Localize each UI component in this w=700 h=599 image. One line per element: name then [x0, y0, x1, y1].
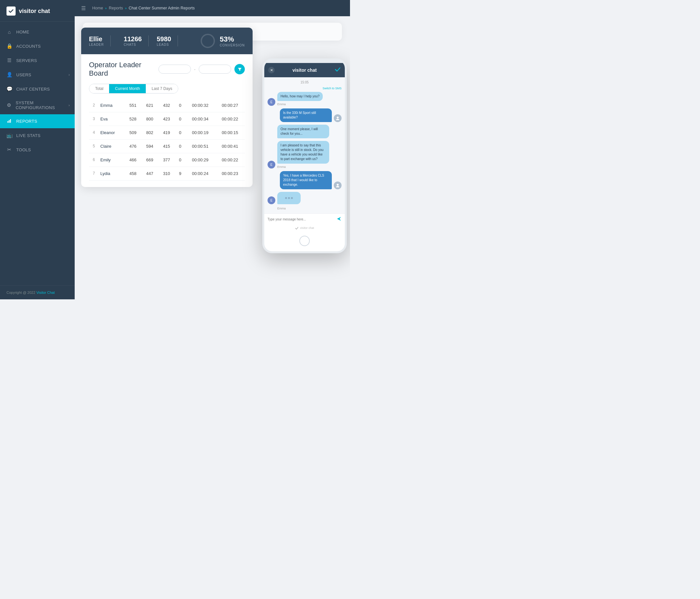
- chat-message-2: Is the 330i M Sport still available?: [268, 108, 342, 122]
- breadcrumb-reports[interactable]: Reports: [109, 6, 123, 10]
- col6-cell: 00:00:22: [215, 112, 245, 126]
- header-chats: 11266 CHATS: [117, 35, 149, 46]
- phone-chat-header: ✕ visitor chat: [264, 63, 345, 77]
- live-stats-icon: 📺: [6, 132, 12, 138]
- servers-icon: ☰: [6, 57, 12, 63]
- date-from-input[interactable]: [158, 65, 191, 74]
- switch-sms[interactable]: Switch to SMS: [268, 87, 342, 90]
- sidebar-item-chat-centers[interactable]: 💬 CHAT CENTERS: [0, 82, 75, 96]
- app-name: visitor chat: [19, 8, 50, 15]
- sidebar-label-live-stats: LIVE STATS: [16, 133, 41, 138]
- sidebar-item-users[interactable]: 👤 USERS ›: [0, 68, 75, 82]
- agent-avatar-2: E: [268, 161, 275, 169]
- name-cell: Eleanor: [99, 126, 124, 139]
- col5-cell: 00:00:32: [185, 99, 215, 112]
- phone-close-button[interactable]: ✕: [268, 67, 275, 73]
- sidebar-item-tools[interactable]: ✂ TOOLS: [0, 143, 75, 157]
- phone-logo-icon: [334, 66, 341, 74]
- header-leads: 5980 LEADS: [150, 35, 178, 46]
- sidebar-item-servers[interactable]: ☰ SERVERS: [0, 53, 75, 68]
- conversion-pct: 53%: [220, 35, 234, 44]
- phone-footer-brand: visitor chat: [264, 225, 345, 231]
- chat-message-5: Yes, I have a Mercedes CLS 2018 that I w…: [268, 171, 342, 189]
- sidebar-item-live-stats[interactable]: 📺 LIVE STATS: [0, 128, 75, 143]
- breadcrumb-arrow-2: »: [125, 6, 127, 10]
- date-to-input[interactable]: [199, 65, 231, 74]
- phone-mockup: ✕ visitor chat 15:05 Switch to SMS E: [262, 58, 347, 253]
- sidebar-item-home[interactable]: ⌂ HOME: [0, 25, 75, 39]
- col5-cell: 00:00:51: [185, 139, 215, 153]
- col5-cell: 00:00:19: [185, 126, 215, 139]
- footer-brand-link[interactable]: Visitor Chat: [36, 291, 55, 295]
- sidebar-label-users: USERS: [16, 72, 31, 77]
- col6-cell: 00:00:15: [215, 126, 245, 139]
- phone-device: ✕ visitor chat 15:05 Switch to SMS E: [262, 58, 347, 253]
- main-area: ☰ Home » Reports » Chat Center Summer Ad…: [75, 0, 350, 299]
- name-cell: Emily: [99, 153, 124, 167]
- leader-label: LEADER: [89, 43, 104, 46]
- svg-point-6: [337, 184, 339, 186]
- col1-cell: 476: [124, 139, 141, 153]
- tab-last-7-days[interactable]: Last 7 Days: [146, 84, 178, 93]
- reports-icon: [6, 119, 12, 124]
- breadcrumb-home[interactable]: Home: [92, 6, 103, 10]
- table-row: 6 Emily 466 669 377 0 00:00:29 00:00:22: [89, 153, 245, 167]
- phone-brand: visitor chat: [277, 68, 332, 73]
- tools-icon: ✂: [6, 147, 12, 153]
- users-icon: 👤: [6, 72, 12, 78]
- chevron-right-icon-2: ›: [69, 104, 70, 107]
- col3-cell: 432: [158, 99, 175, 112]
- header-conversion: 53% CONVERSION: [200, 33, 245, 49]
- chat-icon: 💬: [6, 86, 12, 92]
- col3-cell: 377: [158, 153, 175, 167]
- col6-cell: 00:00:22: [215, 153, 245, 167]
- col1-cell: 528: [124, 112, 141, 126]
- conversion-label: CONVERSION: [220, 44, 245, 47]
- card-header: Ellie LEADER 11266 CHATS 5980 LEADS: [81, 28, 253, 54]
- sidebar-label-reports: REPORTS: [16, 119, 38, 124]
- col2-cell: 594: [141, 139, 158, 153]
- board-filter-row: -: [158, 64, 245, 74]
- col6-cell: 00:00:41: [215, 139, 245, 153]
- chats-label: CHATS: [124, 43, 142, 46]
- col3-cell: 419: [158, 126, 175, 139]
- rank-cell: 3: [89, 112, 99, 126]
- phone-home-button[interactable]: [299, 236, 310, 246]
- sidebar-item-accounts[interactable]: 🔒 ACCOUNTS: [0, 39, 75, 53]
- col1-cell: 458: [124, 167, 141, 180]
- sidebar-item-system-configurations[interactable]: ⚙ SYSTEM CONFIGURATIONS ›: [0, 96, 75, 114]
- tab-current-month[interactable]: Current Month: [109, 84, 146, 93]
- svg-point-5: [337, 117, 339, 119]
- board-header: Operator Leader Board -: [89, 61, 245, 78]
- table-row: 7 Lydia 458 447 310 9 00:00:24 00:00:23: [89, 167, 245, 180]
- breadcrumb-arrow-1: »: [105, 6, 107, 10]
- sidebar-label-chat-centers: CHAT CENTERS: [16, 87, 50, 92]
- name-cell: Eva: [99, 112, 124, 126]
- home-icon: ⌂: [6, 29, 12, 35]
- phone-input-area: [264, 213, 345, 225]
- leads-label: LEADS: [157, 43, 171, 46]
- tab-total[interactable]: Total: [89, 84, 109, 93]
- phone-message-input[interactable]: [268, 218, 334, 221]
- rank-cell: 5: [89, 139, 99, 153]
- sidebar-logo: visitor chat: [0, 0, 75, 22]
- tab-group: Total Current Month Last 7 Days: [89, 84, 178, 94]
- chat-message-typing: E: [268, 192, 342, 204]
- col5-cell: 00:00:24: [185, 167, 215, 180]
- sidebar-item-reports[interactable]: REPORTS: [0, 114, 75, 128]
- rank-cell: 7: [89, 167, 99, 180]
- phone-home-button-container: [264, 231, 345, 251]
- filter-button[interactable]: [234, 64, 245, 74]
- menu-icon[interactable]: ☰: [81, 5, 86, 11]
- phone-send-button[interactable]: [336, 216, 342, 222]
- chat-bubble-3: One moment please, I will check for you.…: [277, 125, 329, 138]
- rank-cell: 4: [89, 126, 99, 139]
- col4-cell: 0: [175, 139, 185, 153]
- col1-cell: 551: [124, 99, 141, 112]
- chat-bubble-5: Yes, I have a Mercedes CLS 2018 that I w…: [280, 171, 332, 189]
- name-cell: Lydia: [99, 167, 124, 180]
- filter-icon: [238, 67, 242, 71]
- svg-rect-0: [7, 121, 8, 123]
- chat-bubble-1: Hello, how may I help you?: [277, 92, 323, 101]
- col3-cell: 423: [158, 112, 175, 126]
